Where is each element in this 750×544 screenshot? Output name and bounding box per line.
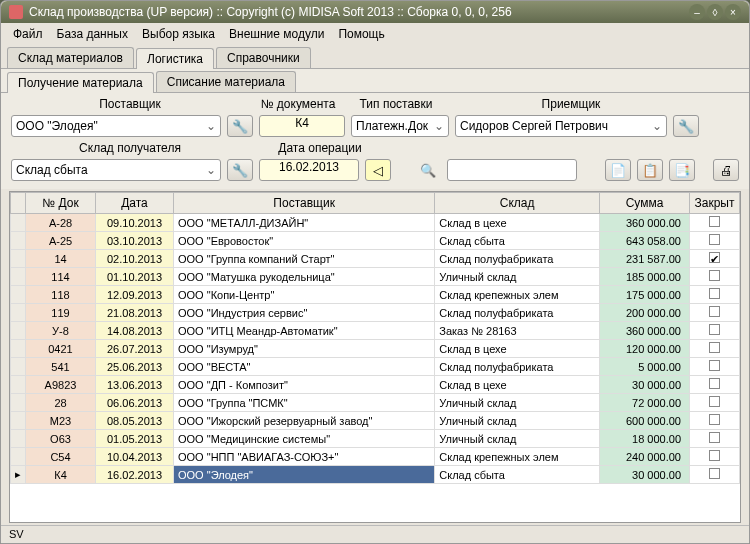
col-store[interactable]: Склад bbox=[435, 193, 600, 214]
chevron-down-icon: ⌄ bbox=[434, 119, 444, 133]
label-op-date: Дата операции bbox=[255, 141, 385, 155]
maximize-button[interactable]: ◊ bbox=[707, 4, 723, 20]
table-row[interactable]: ▸К416.02.2013ООО "Элодея"Склад сбыта30 0… bbox=[11, 466, 740, 484]
table-row[interactable]: 11401.10.2013ООО "Матушка рукодельница"У… bbox=[11, 268, 740, 286]
supplier-lookup-button[interactable]: 🔧 bbox=[227, 115, 253, 137]
table-row[interactable]: О6301.05.2013ООО "Медицинские системы"Ул… bbox=[11, 430, 740, 448]
date-nav-button[interactable]: ◁ bbox=[365, 159, 391, 181]
table-row[interactable]: 042126.07.2013ООО "Изумруд"Склад в цехе1… bbox=[11, 340, 740, 358]
toolbar-btn-2[interactable]: 📋 bbox=[637, 159, 663, 181]
closed-checkbox[interactable] bbox=[709, 432, 720, 443]
titlebar[interactable]: Склад производства (UP версия) :: Copyri… bbox=[1, 1, 749, 23]
col-doc[interactable]: № Док bbox=[26, 193, 96, 214]
tab-logistics[interactable]: Логистика bbox=[136, 48, 214, 69]
menu-database[interactable]: База данных bbox=[51, 25, 134, 43]
label-delivery-type: Тип поставки bbox=[347, 97, 445, 111]
status-bar: SV bbox=[1, 525, 749, 543]
col-closed[interactable]: Закрыт bbox=[690, 193, 740, 214]
table-row[interactable]: 11921.08.2013ООО "Индустрия сервис"Склад… bbox=[11, 304, 740, 322]
closed-checkbox[interactable] bbox=[709, 396, 720, 407]
data-grid[interactable]: № Док Дата Поставщик Склад Сумма Закрыт … bbox=[9, 191, 741, 523]
recv-store-combo[interactable]: Склад сбыта⌄ bbox=[11, 159, 221, 181]
table-row[interactable]: А-2503.10.2013ООО "Евровосток"Склад сбыт… bbox=[11, 232, 740, 250]
table-row[interactable]: М2308.05.2013ООО "Ижорский резервуарный … bbox=[11, 412, 740, 430]
menu-file[interactable]: Файл bbox=[7, 25, 49, 43]
menu-help[interactable]: Помощь bbox=[332, 25, 390, 43]
label-doc-no: № документа bbox=[255, 97, 341, 111]
closed-checkbox[interactable] bbox=[709, 378, 720, 389]
closed-checkbox[interactable] bbox=[709, 216, 720, 227]
table-row[interactable]: 2806.06.2013ООО "Группа "ПСМК"Уличный ск… bbox=[11, 394, 740, 412]
table-row[interactable]: 11812.09.2013ООО "Копи-Центр"Склад крепе… bbox=[11, 286, 740, 304]
chevron-down-icon: ⌄ bbox=[206, 119, 216, 133]
receiver-combo[interactable]: Сидоров Сергей Петрович⌄ bbox=[455, 115, 667, 137]
table-row[interactable]: 1402.10.2013ООО "Группа компаний Старт"С… bbox=[11, 250, 740, 268]
closed-checkbox[interactable] bbox=[709, 342, 720, 353]
closed-checkbox[interactable] bbox=[709, 324, 720, 335]
table-row[interactable]: А-2809.10.2013ООО "МЕТАЛЛ-ДИЗАЙН"Склад в… bbox=[11, 214, 740, 232]
chevron-down-icon: ⌄ bbox=[206, 163, 216, 177]
app-icon bbox=[9, 5, 23, 19]
closed-checkbox[interactable] bbox=[709, 450, 720, 461]
closed-checkbox[interactable] bbox=[709, 468, 720, 479]
tab-receive[interactable]: Получение материала bbox=[7, 72, 154, 93]
table-row[interactable]: А982313.06.2013ООО "ДП - Композит"Склад … bbox=[11, 376, 740, 394]
closed-checkbox[interactable] bbox=[709, 414, 720, 425]
label-supplier: Поставщик bbox=[11, 97, 249, 111]
print-button[interactable]: 🖨 bbox=[713, 159, 739, 181]
table-row[interactable]: С5410.04.2013ООО "НПП "АВИАГАЗ-СОЮЗ+"Скл… bbox=[11, 448, 740, 466]
window-title: Склад производства (UP версия) :: Copyri… bbox=[29, 5, 689, 19]
toolbar-btn-1[interactable]: 📄 bbox=[605, 159, 631, 181]
closed-checkbox[interactable] bbox=[709, 234, 720, 245]
main-tabs: Склад материалов Логистика Справочники bbox=[1, 45, 749, 69]
chevron-down-icon: ⌄ bbox=[652, 119, 662, 133]
supplier-combo[interactable]: ООО "Элодея"⌄ bbox=[11, 115, 221, 137]
main-window: Склад производства (UP версия) :: Copyri… bbox=[0, 0, 750, 544]
closed-checkbox[interactable] bbox=[709, 288, 720, 299]
filter-form: Поставщик № документа Тип поставки Прием… bbox=[1, 93, 749, 189]
closed-checkbox[interactable] bbox=[709, 306, 720, 317]
tab-references[interactable]: Справочники bbox=[216, 47, 311, 68]
closed-checkbox[interactable]: ✔ bbox=[709, 252, 720, 263]
search-input[interactable] bbox=[447, 159, 577, 181]
tab-materials[interactable]: Склад материалов bbox=[7, 47, 134, 68]
doc-no-input[interactable]: К4 bbox=[259, 115, 345, 137]
receiver-lookup-button[interactable]: 🔧 bbox=[673, 115, 699, 137]
menu-language[interactable]: Выбор языка bbox=[136, 25, 221, 43]
close-button[interactable]: × bbox=[725, 4, 741, 20]
tab-writeoff[interactable]: Списание материала bbox=[156, 71, 296, 92]
table-header: № Док Дата Поставщик Склад Сумма Закрыт bbox=[11, 193, 740, 214]
sub-tabs: Получение материала Списание материала bbox=[1, 69, 749, 93]
menu-external[interactable]: Внешние модули bbox=[223, 25, 330, 43]
search-icon[interactable]: 🔍 bbox=[415, 159, 441, 181]
label-receiver: Приемщик bbox=[451, 97, 691, 111]
toolbar-btn-3[interactable]: 📑 bbox=[669, 159, 695, 181]
delivery-type-combo[interactable]: Платежн.Док⌄ bbox=[351, 115, 449, 137]
minimize-button[interactable]: – bbox=[689, 4, 705, 20]
menubar: Файл База данных Выбор языка Внешние мод… bbox=[1, 23, 749, 45]
closed-checkbox[interactable] bbox=[709, 270, 720, 281]
table-row[interactable]: У-814.08.2013ООО "ИТЦ Меандр-Автоматик"З… bbox=[11, 322, 740, 340]
closed-checkbox[interactable] bbox=[709, 360, 720, 371]
col-supplier[interactable]: Поставщик bbox=[174, 193, 435, 214]
col-date[interactable]: Дата bbox=[96, 193, 174, 214]
op-date-input[interactable]: 16.02.2013 bbox=[259, 159, 359, 181]
table-row[interactable]: 54125.06.2013ООО "ВЕСТА"Склад полуфабрик… bbox=[11, 358, 740, 376]
col-sum[interactable]: Сумма bbox=[600, 193, 690, 214]
store-lookup-button[interactable]: 🔧 bbox=[227, 159, 253, 181]
label-recv-store: Склад получателя bbox=[11, 141, 249, 155]
